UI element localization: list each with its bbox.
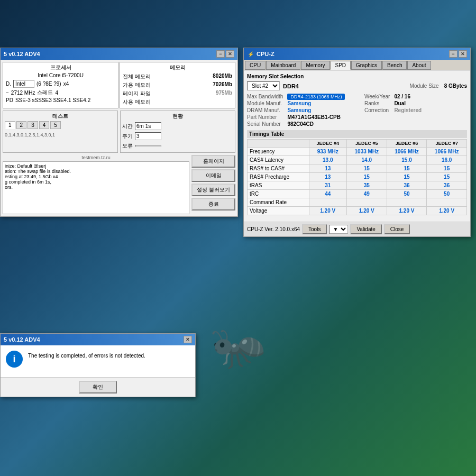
popup-title-buttons: ✕ [184, 336, 192, 343]
homepage-btn[interactable]: 홈페이지 [191, 155, 235, 168]
cpuz-version: CPU-Z Ver. 2.10.0.x64 [247, 226, 300, 232]
log-line-1: ation: The swap file is disabled. [5, 169, 187, 174]
timings-cell-2-4: 15 [427, 164, 467, 173]
log-line-0: inize: Default @serj [5, 163, 187, 169]
thread-label: 스레드 [37, 89, 53, 96]
memory-title: 메모리 [123, 64, 232, 71]
test-section: 테스트 1 2 3 4 5 0,1,4,3,0,1,2,5,1,4,3,0,1 … [3, 111, 235, 153]
timings-cell-7-1: 1.20 V [309, 207, 346, 215]
popup-title-bar: 5 v0.12 ADV4 ✕ [1, 334, 195, 345]
tab-bench[interactable]: Bench [382, 61, 407, 70]
free-val: 7026Mb [213, 81, 232, 89]
tab-about[interactable]: About [407, 61, 431, 70]
popup-buttons: 확인 [1, 377, 195, 397]
timings-row-7: Voltage1.20 V1.20 V1.20 V1.20 V [248, 207, 467, 215]
timings-cell-5-1: 44 [309, 190, 346, 198]
timings-cell-4-1: 31 [309, 181, 346, 190]
info-icon: i [6, 351, 23, 368]
tab-spd[interactable]: SPD [331, 61, 351, 70]
tools-btn[interactable]: Tools [302, 224, 327, 234]
timings-cell-2-3: 15 [387, 164, 427, 173]
timings-cell-0-1: 933 MHz [309, 148, 346, 156]
testmem-title: 5 v0.12 ADV4 [4, 51, 40, 57]
total-memory-row: 전체 메모리 8020Mb [123, 72, 232, 81]
test-title: 테스트 [5, 113, 116, 120]
page-val: 975Mb [216, 90, 232, 97]
timings-cell-5-2: 49 [346, 190, 387, 198]
week-year-val: 02 / 16 [394, 94, 467, 99]
timings-row-1: CAS# Latency13.014.015.016.0 [248, 156, 467, 164]
popup-close-btn[interactable]: ✕ [184, 336, 192, 343]
url-label: testmem.tz.ru [3, 155, 189, 160]
timings-cell-4-0: tRAS [248, 181, 309, 190]
footer-close-btn[interactable]: Close [384, 224, 410, 234]
test-tab-2[interactable]: 2 [16, 121, 27, 129]
timings-cell-6-4 [427, 198, 467, 207]
cpu-vendor-row: D. Intel (6 ?8E ?9) x4 [6, 79, 115, 88]
testmem-minimize-btn[interactable]: − [216, 50, 225, 58]
log-line-4: ors. [5, 185, 187, 190]
cpuz-title: CPU-Z [257, 51, 274, 57]
log-area: testmem.tz.ru inize: Default @serj ation… [3, 155, 189, 214]
testmem-window: 5 v0.12 ADV4 − ✕ 프로세서 Intel Core i5-7200… [0, 48, 238, 217]
pd-label: PD [6, 97, 13, 103]
test-tab-4[interactable]: 4 [39, 121, 50, 129]
test-left-panel: 테스트 1 2 3 4 5 0,1,4,3,0,1,2,5,1,4,3,0,1 [3, 111, 118, 153]
tab-cpu[interactable]: CPU [245, 61, 266, 70]
timings-cell-3-3: 15 [387, 173, 427, 181]
ok-btn[interactable]: 확인 [79, 381, 117, 393]
ddr-type: DDR4 [283, 83, 299, 89]
testmem-title-buttons: − ✕ [216, 50, 234, 58]
timings-cell-3-4: 15 [427, 173, 467, 181]
processor-box: 프로세서 Intel Core i5-7200U D. Intel (6 ?8E… [3, 62, 118, 108]
timings-cell-2-0: RAS# to CAS# [248, 164, 309, 173]
timings-cell-1-2: 14.0 [346, 156, 387, 164]
timings-cell-7-0: Voltage [248, 207, 309, 215]
cpuz-icon: ⚡ [247, 50, 254, 58]
timings-row-3: RAS# Precharge13151515 [248, 173, 467, 181]
quit-btn[interactable]: 종료 [191, 198, 235, 210]
cpu-vendor: Intel [13, 80, 34, 88]
col-header-2: JEDEC #5 [346, 140, 387, 148]
popup-content: i The testing is completed, of errors is… [1, 345, 195, 377]
log-line-3: g completed in 6m 1s, [5, 179, 187, 185]
testmem-close-btn[interactable]: ✕ [226, 50, 234, 58]
cpu-freq-label: − [6, 90, 9, 96]
page-file-row: 페이지 파일 975Mb [123, 89, 232, 98]
cpu-freq: 2712 MHz [11, 90, 35, 96]
timings-cell-7-3: 1.20 V [387, 207, 427, 215]
cpuz-minimize-btn[interactable]: − [449, 50, 457, 58]
memory-box: 메모리 전체 메모리 8020Mb 가용 메모리 7026Mb 페이지 파일 9… [120, 62, 235, 108]
spacer3 [394, 114, 467, 120]
settings-btn[interactable]: 설정 불러오기 [191, 184, 235, 196]
action-buttons: 홈페이지 이메일 설정 불러오기 종료 [191, 155, 235, 214]
tab-mainboard[interactable]: Mainboard [266, 61, 300, 70]
test-tab-5[interactable]: 5 [50, 121, 61, 129]
tools-select[interactable]: ▼ [329, 225, 348, 234]
timings-cell-5-3: 50 [387, 190, 427, 198]
cpuz-close-btn[interactable]: ✕ [459, 50, 467, 58]
error-val [135, 145, 161, 147]
email-btn[interactable]: 이메일 [191, 169, 235, 182]
timings-cell-3-2: 15 [346, 173, 387, 181]
timings-cell-0-3: 1066 MHz [387, 148, 427, 156]
tab-memory[interactable]: Memory [301, 61, 329, 70]
cpu-x: x4 [63, 81, 69, 87]
test-tab-3[interactable]: 3 [28, 121, 38, 129]
thread-val: 4 [55, 90, 58, 96]
module-manuf-label: Module Manuf. [247, 100, 283, 106]
cycle-val: 3 [135, 132, 161, 140]
correction-val: Registered [394, 107, 467, 113]
timings-cell-6-3 [387, 198, 427, 207]
ranks-label: Ranks [364, 100, 390, 106]
timings-cell-3-1: 13 [309, 173, 346, 181]
time-val: 6m 1s [135, 122, 161, 130]
test-tab-1[interactable]: 1 [5, 121, 15, 129]
spd-info-grid: Max Bandwidth DDR4-2133 (1066 MHz) Week/… [247, 94, 467, 127]
timings-cell-7-2: 1.20 V [346, 207, 387, 215]
slot-select[interactable]: Slot #2 [247, 81, 280, 90]
tab-graphics[interactable]: Graphics [351, 61, 382, 70]
validate-btn[interactable]: Validate [350, 224, 381, 234]
cpuz-tabs: CPU Mainboard Memory SPD Graphics Bench … [244, 60, 470, 70]
timings-cell-6-0: Command Rate [248, 198, 309, 207]
